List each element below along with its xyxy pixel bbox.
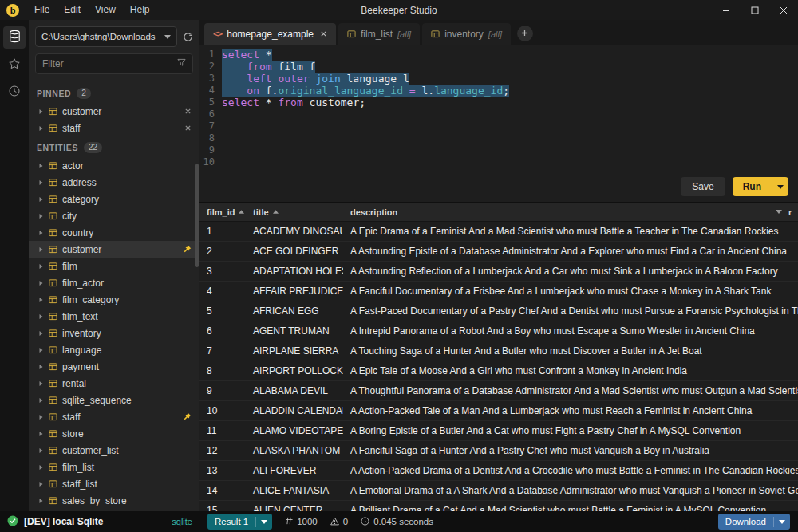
entity-item-customer_list[interactable]: customer_list [29,442,200,459]
table-filter-input[interactable]: Filter [35,53,193,74]
entity-item-rental[interactable]: rental [29,375,200,392]
result-row[interactable]: 3ADAPTATION HOLESA Astounding Reflection… [200,262,798,282]
menu-edit[interactable]: Edit [57,0,88,20]
connection-name[interactable]: [DEV] local Sqlite [24,516,103,527]
table-icon [49,479,57,488]
history-rail-button[interactable] [3,81,26,103]
editor-line[interactable]: 7 [200,120,798,132]
entity-item-category[interactable]: category [29,191,200,207]
download-button[interactable]: Download [718,514,790,530]
save-button[interactable]: Save [681,177,725,196]
pin-icon[interactable] [183,245,192,254]
result-tab-selector[interactable]: Result 1 [207,514,272,530]
editor-line[interactable]: 10 [200,156,798,168]
result-row[interactable]: 2ACE GOLDFINGERA Astounding Epistle of a… [200,242,798,262]
pinned-item-customer[interactable]: customer [29,103,200,120]
entity-item-film_category[interactable]: film_category [29,291,200,308]
database-path: C:\Users\ghstng\Downloads [41,32,161,41]
entity-item-staff_list[interactable]: staff_list [29,475,200,492]
refresh-icon[interactable] [183,32,193,42]
result-row[interactable]: 12ALASKA PHANTOMA Fanciful Saga of a Hun… [200,441,798,461]
item-label: film [62,261,77,272]
entity-item-sales_by_store[interactable]: sales_by_store [29,492,200,509]
entity-item-customer[interactable]: customer [29,241,200,258]
sidebar-scrollbar[interactable] [195,164,199,267]
result-row[interactable]: 14ALICE FANTASIAA Emotional Drama of a A… [200,481,798,501]
result-row[interactable]: 13ALI FOREVERA Action-Packed Drama of a … [200,461,798,481]
caret-right-icon [38,246,44,253]
column-header-film-id[interactable]: film_id [200,207,246,217]
run-label[interactable]: Run [733,177,772,196]
result-row[interactable]: 6AGENT TRUMANA Intrepid Panorama of a Ro… [200,321,798,341]
tables-rail-button[interactable] [3,26,26,49]
table-icon [49,295,57,304]
menu-view[interactable]: View [88,0,123,20]
tab-film_list[interactable]: film_list[all] [338,23,420,45]
tab-homepage_example[interactable]: <>homepage_example [204,23,336,45]
entity-item-store[interactable]: store [29,425,200,442]
entity-item-address[interactable]: address [29,174,200,191]
unpin-close-icon[interactable] [184,108,192,115]
database-selector[interactable]: C:\Users\ghstng\Downloads [35,26,177,47]
new-tab-button[interactable] [517,26,533,41]
table-icon [49,195,57,203]
cell-title: AGENT TRUMAN [246,325,343,337]
entity-item-film_list[interactable]: film_list [29,459,200,475]
entity-item-language[interactable]: language [29,341,200,358]
result-row[interactable]: 10ALADDIN CALENDARA Action-Packed Tale o… [200,401,798,421]
column-header-title[interactable]: title [246,207,343,217]
line-number: 1 [200,49,222,61]
pinned-item-staff[interactable]: staff [29,120,200,136]
result-row[interactable]: 1ACADEMY DINOSAURA Epic Drama of a Femin… [200,222,798,242]
result-chevron-down-icon[interactable] [255,517,272,527]
result-row[interactable]: 5AFRICAN EGGA Fast-Paced Documentary of … [200,301,798,321]
entity-item-city[interactable]: city [29,207,200,224]
entities-section-header[interactable]: ENTITIES 22 [29,136,200,157]
download-chevron-down-icon[interactable] [773,517,790,527]
entity-item-actor[interactable]: actor [29,157,200,174]
close-button[interactable] [769,0,798,20]
unpin-close-icon[interactable] [184,124,192,132]
editor-line[interactable]: 4 on f.original_language_id = l.language… [200,85,798,97]
menu-help[interactable]: Help [123,0,157,20]
editor-line[interactable]: 3 left outer join language l [200,73,798,85]
result-row[interactable]: 9ALABAMA DEVILA Thoughtful Panorama of a… [200,381,798,401]
entity-item-film_actor[interactable]: film_actor [29,274,200,291]
pinned-section-header[interactable]: PINNED 2 [29,82,200,103]
editor-line[interactable]: 9 [200,144,798,156]
editor-line[interactable]: 6 [200,108,798,120]
editor-line[interactable]: 2 from film f [200,61,798,73]
editor-line[interactable]: 1select * [200,49,798,61]
entity-item-film_text[interactable]: film_text [29,308,200,325]
pin-icon[interactable] [183,412,192,421]
result-row[interactable]: 8AIRPORT POLLOCKA Epic Tale of a Moose A… [200,361,798,381]
entity-item-country[interactable]: country [29,224,200,241]
editor-line[interactable]: 5select * from customer; [200,97,798,108]
entity-item-staff[interactable]: staff [29,408,200,425]
row-count-value: 1000 [297,517,318,526]
editor-line[interactable]: 8 [200,132,798,144]
sql-editor[interactable]: 1select *2 from film f3 left outer join … [200,45,798,172]
tab-bar: <>homepage_examplefilm_list[all]inventor… [200,20,798,45]
entity-item-payment[interactable]: payment [29,358,200,375]
run-options-caret-icon[interactable] [772,177,788,196]
menu-file[interactable]: File [27,0,57,20]
tab-close-icon[interactable] [320,30,327,37]
column-header-partial[interactable]: r [785,207,798,217]
entity-item-film[interactable]: film [29,258,200,274]
table-icon [49,379,57,388]
result-row[interactable]: 7AIRPLANE SIERRAA Touching Saga of a Hun… [200,341,798,361]
result-row[interactable]: 15ALIEN CENTERA Brilliant Drama of a Cat… [200,501,798,511]
caret-right-icon [38,179,44,186]
tab-inventory[interactable]: inventory[all] [422,23,511,45]
maximize-button[interactable] [741,0,769,20]
run-button[interactable]: Run [733,177,788,196]
entity-item-inventory[interactable]: inventory [29,325,200,341]
result-row[interactable]: 4AFFAIR PREJUDICEA Fanciful Documentary … [200,282,798,301]
favorites-rail-button[interactable] [3,53,26,76]
column-header-description[interactable]: description [343,207,772,217]
header-chevron-down-icon[interactable] [772,210,785,214]
entity-item-sqlite_sequence[interactable]: sqlite_sequence [29,392,200,408]
minimize-button[interactable] [712,0,741,20]
result-row[interactable]: 11ALAMO VIDEOTAPEA Boring Epistle of a B… [200,421,798,441]
